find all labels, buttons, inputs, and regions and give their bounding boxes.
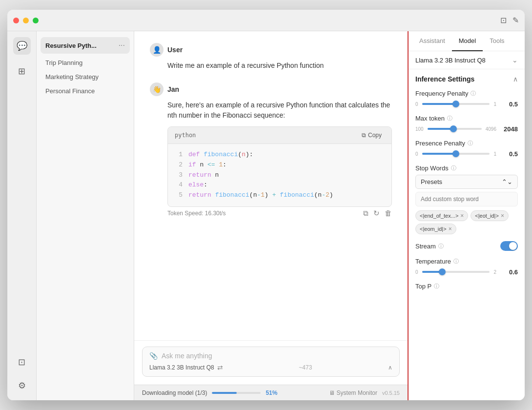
maximize-button[interactable] — [33, 18, 39, 23]
code-line-5: 5 return fibonacci(n-1) + fibonacci(n-2) — [175, 190, 385, 201]
frequency-penalty-value: 0.5 — [500, 101, 518, 108]
chat-messages: 👤 User Write me an example of a recursiv… — [134, 31, 408, 340]
token-speed-row: Token Speed: 16.30t/s ⧉ ↻ 🗑 — [150, 207, 392, 222]
frequency-penalty-setting: Frequency Penalty ⓘ 0 1 0.5 — [415, 90, 518, 108]
temperature-slider-row: 0 2 0.6 — [415, 268, 518, 276]
presets-select[interactable]: Presets ⌃⌄ — [415, 175, 518, 189]
sidebar-item-grid[interactable]: ⊞ — [13, 62, 31, 80]
assistant-name: Jan — [167, 85, 179, 93]
stop-word-tag-remove-eom-id[interactable]: × — [449, 226, 452, 232]
input-model-name: Llama 3.2 3B Instruct Q8 — [149, 364, 214, 371]
frequency-penalty-max: 1 — [493, 102, 496, 107]
main-content: 💬 ⊞ ⊡ ⚙ Resursive Pyth... ··· Trip Plann… — [7, 31, 525, 400]
code-header: python ⧉ Copy — [168, 127, 391, 144]
inference-title-text: Inference Settings — [415, 75, 474, 83]
stop-word-tag-text-eot: <|eot_id|> — [475, 213, 499, 219]
temperature-thumb[interactable] — [439, 268, 446, 275]
copy-message-icon[interactable]: ⧉ — [363, 209, 368, 218]
token-count: ~473 — [299, 364, 312, 371]
right-panel-tabs: Assistant Model Tools — [409, 31, 525, 51]
frequency-penalty-fill — [422, 103, 456, 105]
code-line-2: 2 if n <= 1: — [175, 160, 385, 170]
stop-words-info-icon[interactable]: ⓘ — [451, 164, 456, 172]
max-token-setting: Max token ⓘ 100 4096 2048 — [415, 115, 518, 133]
assistant-message-body: Sure, here's an example of a recursive P… — [150, 100, 392, 207]
conversation-item-marketing[interactable]: Marketing Strategy — [41, 70, 130, 84]
max-token-track — [428, 128, 482, 130]
temperature-slider[interactable] — [422, 268, 490, 276]
system-monitor[interactable]: 🖥 System Monitor — [329, 390, 377, 396]
presence-penalty-slider[interactable] — [422, 150, 490, 158]
regenerate-icon[interactable]: ↻ — [373, 209, 380, 218]
conversation-item-finance[interactable]: Personal Finance — [41, 84, 130, 98]
version-label: v0.5.15 — [382, 390, 400, 396]
sidebar-item-settings[interactable]: ⚙ — [13, 377, 31, 394]
chat-input-box: 📎 Ask me anything Llama 3.2 3B Instruct … — [142, 347, 400, 377]
edit-icon[interactable]: ✎ — [512, 16, 519, 25]
frequency-penalty-info-icon[interactable]: ⓘ — [471, 90, 476, 97]
sidebar-toggle-icon[interactable]: ⊡ — [500, 16, 507, 25]
assistant-text: Sure, here's an example of a recursive P… — [167, 101, 390, 119]
code-line-1: 1 def fibonacci(n): — [175, 150, 385, 160]
presence-penalty-max: 1 — [493, 151, 496, 157]
stream-label: Stream ⓘ — [415, 243, 444, 250]
stop-words-label: Stop Words ⓘ — [415, 164, 518, 172]
stop-word-input[interactable] — [415, 192, 518, 206]
system-monitor-label: System Monitor — [337, 390, 377, 396]
active-conversation[interactable]: Resursive Pyth... ··· — [41, 37, 130, 54]
temperature-min: 0 — [415, 269, 418, 275]
inference-section: Inference Settings ∧ Frequency Penalty ⓘ… — [409, 69, 525, 400]
chat-input-field[interactable]: 📎 Ask me anything — [149, 352, 392, 360]
titlebar: ⊡ ✎ — [7, 10, 525, 31]
top-p-label: Top P ⓘ — [415, 283, 518, 290]
copy-icon: ⧉ — [362, 132, 366, 139]
stop-words-setting: Stop Words ⓘ Presets ⌃⌄ <|end_of_tex...>… — [415, 164, 518, 234]
conversation-menu-icon[interactable]: ··· — [119, 41, 125, 50]
conversation-item-trip-planning[interactable]: Trip Planning — [41, 56, 130, 70]
sidebar-bottom: ⊡ ⚙ — [13, 353, 31, 394]
close-button[interactable] — [13, 18, 19, 23]
token-speed-text: Token Speed: 16.30t/s — [167, 210, 225, 217]
stream-toggle[interactable] — [500, 241, 518, 251]
sidebar-item-chat[interactable]: 💬 — [13, 37, 31, 55]
inference-collapse-icon[interactable]: ∧ — [513, 75, 518, 83]
presence-penalty-setting: Presence Penalty ⓘ 0 1 0.5 — [415, 140, 518, 158]
tab-tools[interactable]: Tools — [483, 31, 511, 51]
model-select-row: Llama 3.2 3B Instruct Q8 ⌄ — [409, 51, 525, 69]
delete-message-icon[interactable]: 🗑 — [385, 209, 392, 218]
tab-assistant[interactable]: Assistant — [412, 31, 452, 51]
frequency-penalty-thumb[interactable] — [452, 101, 459, 107]
frequency-penalty-slider[interactable] — [422, 100, 490, 108]
temperature-info-icon[interactable]: ⓘ — [453, 258, 459, 265]
max-token-slider[interactable] — [428, 125, 482, 133]
sidebar-item-terminal[interactable]: ⊡ — [13, 353, 31, 371]
presence-penalty-thumb[interactable] — [452, 150, 459, 157]
frequency-penalty-min: 0 — [415, 102, 418, 107]
conversations-panel: Resursive Pyth... ··· Trip Planning Mark… — [37, 31, 134, 400]
main-window: ⊡ ✎ 💬 ⊞ ⊡ ⚙ Resursive Pyth... ··· Trip P… — [7, 10, 525, 400]
code-block: python ⧉ Copy 1 def fibonacci(n): — [167, 126, 392, 207]
tab-model[interactable]: Model — [452, 31, 483, 51]
download-label: Downloading model (1/3) — [142, 390, 207, 396]
max-token-thumb[interactable] — [450, 125, 457, 132]
model-switch-icon[interactable]: ⇄ — [217, 364, 223, 371]
stop-word-tag-remove-end-of-text[interactable]: × — [460, 212, 464, 219]
stop-word-tag-remove-eot-id[interactable]: × — [501, 212, 504, 219]
user-avatar: 👤 — [150, 43, 164, 57]
stream-toggle-knob — [509, 242, 517, 250]
top-p-text: Top P — [415, 283, 431, 290]
model-select-arrow-icon[interactable]: ⌄ — [512, 56, 518, 64]
top-p-info-icon[interactable]: ⓘ — [434, 283, 439, 290]
max-token-fill — [428, 128, 453, 130]
presence-penalty-info-icon[interactable]: ⓘ — [468, 140, 473, 147]
assistant-message-header: 👋 Jan — [150, 82, 392, 96]
progress-percent: 51% — [266, 390, 277, 396]
max-token-info-icon[interactable]: ⓘ — [447, 115, 452, 122]
stream-info-icon[interactable]: ⓘ — [438, 243, 444, 250]
input-chevron-icon[interactable]: ∧ — [388, 364, 392, 371]
minimize-button[interactable] — [23, 18, 29, 23]
top-p-setting: Top P ⓘ — [415, 283, 518, 290]
frequency-penalty-text: Frequency Penalty — [415, 90, 468, 97]
presence-penalty-min: 0 — [415, 151, 418, 157]
copy-button[interactable]: ⧉ Copy — [359, 131, 385, 140]
